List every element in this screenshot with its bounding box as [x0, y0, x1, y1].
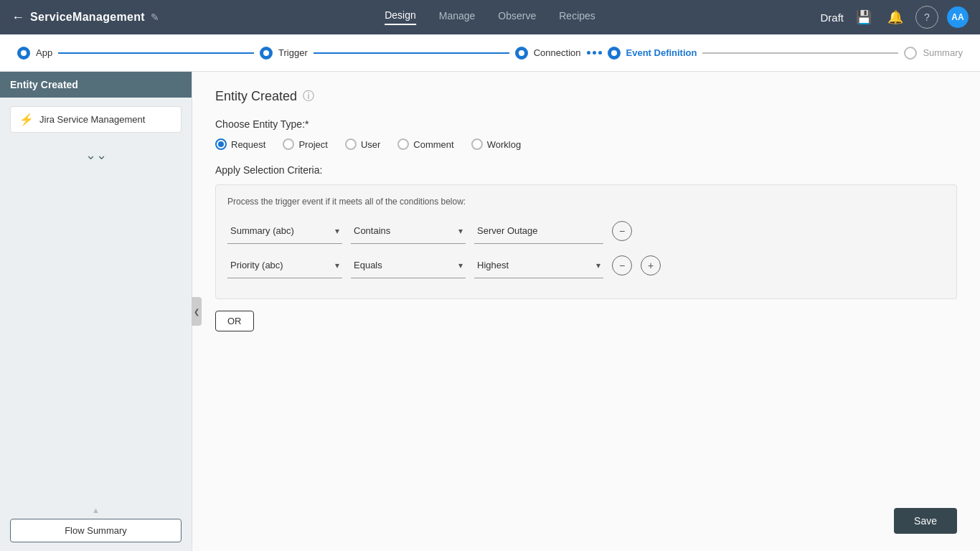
or-button[interactable]: OR [215, 311, 254, 331]
content-title-text: Entity Created [215, 89, 297, 104]
connector-icon: ⚡ [19, 113, 34, 126]
step-label-summary: Summary [923, 47, 963, 58]
entity-type-radio-group: Request Project User Comment Worklog [215, 138, 957, 150]
selection-criteria-label: Apply Selection Criteria: [215, 164, 957, 176]
bell-icon[interactable]: 🔔 [884, 6, 907, 29]
content-area: Entity Created ⓘ Choose Entity Type:* Re… [192, 72, 980, 551]
radio-label-request: Request [231, 139, 265, 150]
operator-select-2[interactable]: Equals Contains Not Equals Starts With E… [351, 253, 466, 278]
avatar[interactable]: AA [947, 6, 969, 28]
radio-label-worklog: Worklog [487, 139, 521, 150]
sidebar-connector-button[interactable]: ⚡ Jira Service Management [10, 106, 182, 133]
step-dot-1 [587, 51, 590, 55]
back-button[interactable]: ← [11, 10, 24, 25]
step-dots [587, 51, 602, 55]
operator-select-wrapper-2: Equals Contains Not Equals Starts With E… [351, 253, 466, 278]
radio-circle-user [345, 138, 357, 150]
sidebar-header-label: Entity Created [10, 79, 78, 90]
step-circle-trigger [260, 47, 273, 60]
operator-select-wrapper-1: Contains Equals Not Equals Starts With E… [351, 218, 466, 244]
step-connection[interactable]: Connection [515, 47, 581, 60]
main-layout: Entity Created ⚡ Jira Service Management… [0, 72, 980, 551]
remove-condition-2-button[interactable]: − [612, 255, 632, 276]
condition-row-1: Summary (abc) Priority (abc) Status Repo… [227, 218, 945, 244]
field-select-wrapper-1: Summary (abc) Priority (abc) Status Repo… [227, 218, 342, 244]
content-help-icon[interactable]: ⓘ [303, 89, 314, 104]
step-circle-connection [515, 47, 528, 60]
radio-project[interactable]: Project [283, 138, 327, 150]
chevron-down-area[interactable]: ⌄⌄ [0, 141, 192, 169]
value-select-wrapper-2: Highest High Medium Low Lowest [474, 253, 603, 278]
radio-circle-project [283, 138, 294, 150]
step-dot-2 [593, 51, 596, 55]
step-circle-inner-trigger [263, 50, 269, 56]
step-label-connection: Connection [534, 47, 581, 58]
save-icon[interactable]: 💾 [852, 6, 875, 29]
value-select-2[interactable]: Highest High Medium Low Lowest [474, 253, 603, 278]
step-circle-app [17, 47, 30, 60]
step-app[interactable]: App [17, 47, 52, 60]
tab-design[interactable]: Design [385, 9, 416, 25]
sidebar-header: Entity Created [0, 72, 192, 98]
radio-worklog[interactable]: Worklog [471, 138, 521, 150]
app-title: ServiceManagement [30, 11, 145, 24]
draft-status: Draft [820, 11, 844, 24]
radio-label-user: User [361, 139, 380, 150]
top-navigation: ← ServiceManagement ✎ Design Manage Obse… [0, 0, 980, 34]
remove-condition-1-button[interactable]: − [612, 221, 632, 241]
step-connector-1 [58, 52, 254, 54]
flow-summary-button[interactable]: Flow Summary [10, 519, 182, 542]
entity-type-label: Choose Entity Type:* [215, 118, 957, 130]
tab-observe[interactable]: Observe [498, 10, 536, 24]
sidebar-collapse-handle[interactable]: ❮ [192, 297, 202, 326]
step-circle-event [608, 47, 621, 60]
field-select-1[interactable]: Summary (abc) Priority (abc) Status Repo… [227, 218, 342, 244]
help-icon[interactable]: ? [915, 6, 938, 29]
step-circle-inner-event [611, 50, 617, 56]
tab-recipes[interactable]: Recipes [559, 10, 595, 24]
step-circle-inner-app [21, 50, 27, 56]
step-event-definition[interactable]: Event Definition [608, 47, 697, 60]
radio-label-project: Project [298, 139, 327, 150]
connector-label: Jira Service Management [39, 114, 145, 125]
criteria-box: Process the trigger event if it meets al… [215, 184, 957, 299]
step-connector-2 [314, 52, 509, 54]
edit-icon[interactable]: ✎ [151, 11, 159, 23]
radio-circle-worklog [471, 138, 483, 150]
step-circle-summary [904, 47, 917, 60]
operator-select-1[interactable]: Contains Equals Not Equals Starts With E… [351, 218, 466, 244]
radio-user[interactable]: User [345, 138, 380, 150]
radio-circle-request [215, 138, 227, 150]
step-label-event: Event Definition [626, 47, 697, 58]
step-bar: App Trigger Connection Event Definition … [0, 34, 980, 72]
radio-comment[interactable]: Comment [397, 138, 453, 150]
save-button[interactable]: Save [894, 508, 957, 534]
scroll-arrow-up: ▲ [10, 506, 182, 514]
step-summary[interactable]: Summary [904, 47, 963, 60]
value-input-1[interactable] [474, 218, 603, 244]
condition-row-2: Priority (abc) Summary (abc) Status Repo… [227, 253, 945, 278]
collapse-icon: ❮ [194, 308, 199, 316]
radio-circle-comment [397, 138, 409, 150]
field-select-2[interactable]: Priority (abc) Summary (abc) Status Repo… [227, 253, 342, 278]
chevron-down-icon: ⌄⌄ [85, 147, 107, 163]
criteria-description: Process the trigger event if it meets al… [227, 197, 945, 207]
step-trigger[interactable]: Trigger [260, 47, 308, 60]
add-condition-button[interactable]: + [641, 255, 661, 276]
sidebar-footer: ▲ Flow Summary [0, 497, 192, 551]
step-connector-4 [702, 52, 898, 54]
nav-tabs: Design Manage Observe Recipes [385, 9, 595, 25]
sidebar: Entity Created ⚡ Jira Service Management… [0, 72, 192, 551]
radio-label-comment: Comment [413, 139, 453, 150]
content-title-row: Entity Created ⓘ [215, 89, 957, 104]
step-label-app: App [36, 47, 52, 58]
radio-request[interactable]: Request [215, 138, 265, 150]
field-select-wrapper-2: Priority (abc) Summary (abc) Status Repo… [227, 253, 342, 278]
tab-manage[interactable]: Manage [439, 10, 476, 24]
step-label-trigger: Trigger [278, 47, 308, 58]
step-circle-inner-connection [519, 50, 524, 56]
step-dot-3 [598, 51, 602, 55]
